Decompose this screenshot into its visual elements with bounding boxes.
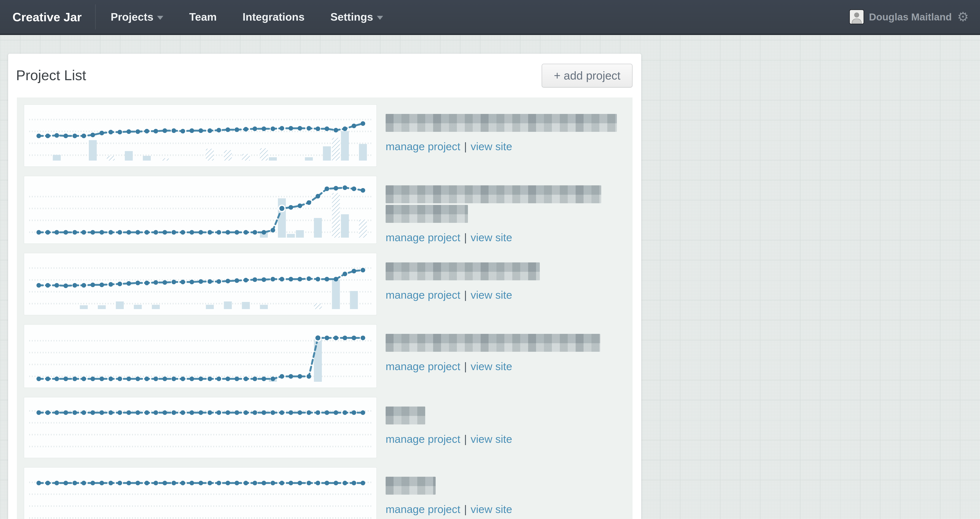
- gear-icon[interactable]: ⚙: [957, 10, 969, 23]
- redacted-text-block: [386, 114, 617, 132]
- project-links: manage project | view site: [386, 289, 626, 301]
- links-divider: |: [464, 360, 467, 373]
- project-name-redacted: [386, 185, 626, 223]
- project-links: manage project | view site: [386, 433, 626, 445]
- links-divider: |: [464, 231, 467, 244]
- project-name-redacted: [386, 406, 626, 424]
- redacted-text-block: [386, 262, 540, 280]
- redacted-text-block: [386, 477, 436, 495]
- links-divider: |: [464, 433, 467, 445]
- project-row: manage project | view site: [24, 176, 626, 244]
- app-logo[interactable]: Creative Jar: [13, 10, 82, 24]
- avatar: [850, 10, 864, 24]
- view-site-link[interactable]: view site: [471, 360, 512, 373]
- view-site-link[interactable]: view site: [471, 231, 512, 244]
- project-row: manage project | view site: [24, 397, 626, 458]
- user-menu[interactable]: Douglas Maitland ⚙: [850, 10, 969, 24]
- project-name-redacted: [386, 334, 626, 352]
- manage-project-link[interactable]: manage project: [386, 433, 460, 445]
- top-navbar: Creative Jar Projects Team Integrations …: [0, 0, 980, 35]
- redacted-text-block: [386, 334, 600, 352]
- navbar-divider: [95, 5, 95, 29]
- project-links: manage project | view site: [386, 231, 626, 244]
- chevron-down-icon: [377, 16, 383, 20]
- project-row: manage project | view site: [24, 253, 626, 315]
- nav-item-integrations-label: Integrations: [242, 11, 305, 23]
- manage-project-link[interactable]: manage project: [386, 231, 460, 244]
- project-sparkline-chart: [24, 324, 377, 388]
- project-links: manage project | view site: [386, 360, 626, 373]
- add-project-button[interactable]: + add project: [542, 64, 633, 87]
- chevron-down-icon: [157, 16, 163, 20]
- project-meta: manage project | view site: [386, 397, 626, 458]
- view-site-link[interactable]: view site: [471, 433, 512, 445]
- project-meta: manage project | view site: [386, 104, 626, 167]
- redacted-text-block: [386, 406, 425, 424]
- links-divider: |: [464, 289, 467, 301]
- manage-project-link[interactable]: manage project: [386, 140, 460, 153]
- project-links: manage project | view site: [386, 140, 626, 153]
- view-site-link[interactable]: view site: [471, 140, 512, 153]
- user-name: Douglas Maitland: [869, 11, 952, 23]
- project-row: manage project | view site: [24, 467, 626, 519]
- view-site-link[interactable]: view site: [471, 503, 512, 516]
- project-sparkline-chart: [24, 176, 377, 244]
- card-header: Project List + add project: [8, 54, 641, 97]
- links-divider: |: [464, 140, 467, 153]
- project-name-redacted: [386, 262, 626, 280]
- project-name-redacted: [386, 114, 626, 132]
- project-meta: manage project | view site: [386, 467, 626, 519]
- project-links: manage project | view site: [386, 503, 626, 516]
- manage-project-link[interactable]: manage project: [386, 289, 460, 301]
- project-name-redacted: [386, 477, 626, 495]
- manage-project-link[interactable]: manage project: [386, 503, 460, 516]
- project-meta: manage project | view site: [386, 253, 626, 315]
- project-sparkline-chart: [24, 104, 377, 167]
- nav-item-projects-label: Projects: [111, 11, 153, 23]
- view-site-link[interactable]: view site: [471, 289, 512, 301]
- nav-item-team[interactable]: Team: [176, 11, 229, 23]
- nav-item-settings[interactable]: Settings: [318, 11, 396, 23]
- nav-item-projects[interactable]: Projects: [98, 11, 176, 23]
- redacted-text-block: [386, 185, 601, 203]
- project-sparkline-chart: [24, 253, 377, 315]
- redacted-text-block: [386, 205, 468, 223]
- nav-item-settings-label: Settings: [331, 11, 373, 23]
- project-sparkline-chart: [24, 467, 377, 519]
- nav-item-integrations[interactable]: Integrations: [229, 11, 318, 23]
- project-row: manage project | view site: [24, 104, 626, 167]
- manage-project-link[interactable]: manage project: [386, 360, 460, 373]
- project-list-card: Project List + add project manage projec…: [8, 54, 641, 519]
- project-list: manage project | view site manage projec…: [17, 97, 633, 519]
- project-meta: manage project | view site: [386, 176, 626, 244]
- project-meta: manage project | view site: [386, 324, 626, 388]
- project-sparkline-chart: [24, 397, 377, 458]
- links-divider: |: [464, 503, 467, 516]
- main-nav: Projects Team Integrations Settings: [98, 11, 396, 23]
- nav-item-team-label: Team: [189, 11, 217, 23]
- project-row: manage project | view site: [24, 324, 626, 388]
- page-title: Project List: [16, 67, 86, 83]
